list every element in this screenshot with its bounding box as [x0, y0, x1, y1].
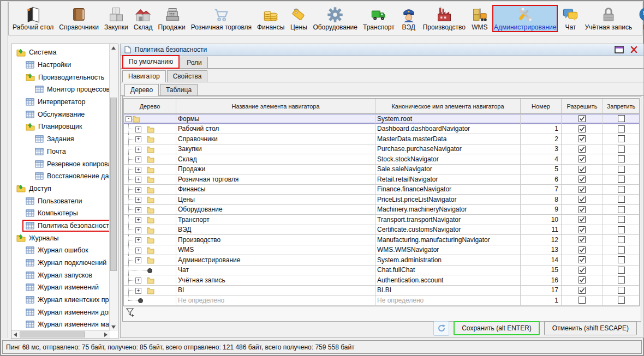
tab-navigator[interactable]: Навигатор: [122, 70, 166, 82]
sidebar-item[interactable]: Журнал клиентских прил: [11, 294, 110, 306]
sidebar-item[interactable]: Журнал ошибок: [11, 244, 110, 257]
close-button[interactable]: [629, 45, 639, 53]
deny-checkbox[interactable]: [618, 216, 625, 223]
allow-checkbox[interactable]: [579, 146, 586, 153]
sidebar-item[interactable]: Журнал изменения матри: [11, 318, 110, 331]
table-row[interactable]: +ФинансыFinance.financeNavigator7: [124, 185, 639, 195]
table-row[interactable]: +Розничная торговляRetail.retailNavigato…: [124, 174, 639, 185]
allow-checkbox[interactable]: [579, 267, 586, 274]
expand-expander-icon[interactable]: +: [135, 237, 141, 243]
table-row[interactable]: +WMSWMS.WMSNavigator13: [124, 245, 639, 256]
table-row[interactable]: +Учётная записьAuthentication.account16: [124, 275, 639, 286]
sidebar-item[interactable]: Политика безопасности: [11, 220, 110, 232]
table-row[interactable]: +ПродажиSale.saleNavigator5: [124, 165, 639, 175]
tab-table[interactable]: Таблица: [160, 84, 198, 95]
sidebar-item[interactable]: Восстановление данных: [11, 170, 110, 183]
allow-checkbox[interactable]: [579, 155, 586, 162]
allow-checkbox[interactable]: [579, 176, 586, 183]
tab-default-policy[interactable]: По умолчанию: [122, 55, 180, 69]
expand-expander-icon[interactable]: +: [135, 187, 141, 193]
table-row[interactable]: +ЦеныPriceList.priceListNavigator8: [124, 195, 639, 205]
sidebar-item[interactable]: Монитор процессов: [11, 83, 110, 96]
sidebar-item[interactable]: Резервное копирование: [11, 158, 110, 170]
sidebar-item[interactable]: Журнал изменений: [11, 281, 110, 294]
deny-checkbox[interactable]: [618, 267, 625, 274]
allow-checkbox[interactable]: [579, 196, 586, 203]
deny-checkbox[interactable]: [618, 146, 625, 153]
sidebar-item[interactable]: Журнал подключений: [11, 257, 110, 269]
allow-checkbox[interactable]: [579, 297, 586, 304]
sidebar-item[interactable]: Производительность: [11, 71, 110, 83]
allow-checkbox[interactable]: [579, 186, 586, 193]
allow-checkbox[interactable]: [579, 276, 586, 283]
toolbar-item-transport[interactable]: Транспорт: [361, 5, 396, 32]
expand-expander-icon[interactable]: +: [135, 177, 141, 183]
deny-checkbox[interactable]: [618, 176, 625, 183]
expand-expander-icon[interactable]: +: [135, 217, 141, 223]
toolbar-item-price[interactable]: Цены: [288, 5, 309, 32]
allow-checkbox[interactable]: [579, 226, 586, 233]
sidebar-item[interactable]: Компьютеры: [11, 207, 110, 220]
deny-checkbox[interactable]: [618, 135, 625, 142]
toolbar-item-bi[interactable]: BI: [636, 5, 644, 32]
scroll-right-arrow-icon[interactable]: [102, 331, 110, 339]
sidebar-item[interactable]: Настройки: [11, 59, 110, 71]
toolbar-item-administration[interactable]: Администрирование: [492, 5, 558, 32]
add-filter-icon[interactable]: [126, 308, 138, 319]
scroll-left-arrow-icon[interactable]: [11, 331, 19, 339]
toolbar-item-purchase[interactable]: Закупки: [103, 5, 130, 32]
deny-checkbox[interactable]: [618, 125, 625, 132]
table-row[interactable]: +ОборудованиеMachinery.machineryNavigato…: [124, 205, 639, 215]
toolbar-item-chat[interactable]: Чат: [560, 5, 581, 32]
toolbar-item-account[interactable]: Учётная запись: [583, 5, 634, 32]
sidebar-vertical-scrollbar[interactable]: [109, 44, 118, 331]
allow-checkbox[interactable]: [579, 236, 586, 243]
toolbar-item-books[interactable]: Справочники: [57, 5, 100, 32]
table-row[interactable]: +ЗакупкиPurchase.purchaseNavigator3: [124, 144, 639, 155]
scroll-up-arrow-icon[interactable]: [110, 44, 117, 52]
tab-properties[interactable]: Свойства: [167, 70, 208, 82]
table-row[interactable]: +СкладStock.stockNavigator4: [124, 154, 639, 165]
table-row[interactable]: Не определеноНе определено1: [124, 295, 639, 306]
deny-checkbox[interactable]: [618, 226, 625, 233]
sidebar-item[interactable]: Интерпретатор: [11, 96, 110, 108]
expand-expander-icon[interactable]: +: [135, 227, 141, 233]
allow-checkbox[interactable]: [579, 125, 586, 132]
sidebar-item[interactable]: Журнал изменения докум: [11, 306, 110, 318]
toolbar-item-manufacturing[interactable]: Производство: [421, 5, 467, 32]
table-row[interactable]: +BIBI.BI17: [124, 286, 639, 296]
table-row[interactable]: -ФормыSystem.root: [124, 114, 639, 124]
expand-expander-icon[interactable]: +: [135, 248, 141, 254]
allow-checkbox[interactable]: [579, 115, 586, 122]
scroll-down-arrow-icon[interactable]: [110, 323, 117, 331]
allow-checkbox[interactable]: [579, 206, 586, 213]
sidebar-horizontal-scrollbar[interactable]: [11, 330, 110, 339]
deny-checkbox[interactable]: [618, 236, 625, 243]
deny-checkbox[interactable]: [618, 246, 625, 254]
expand-expander-icon[interactable]: +: [135, 147, 141, 153]
table-row[interactable]: +АдминистрированиеSystem.administration1…: [124, 255, 639, 266]
deny-checkbox[interactable]: [618, 297, 625, 304]
expand-expander-icon[interactable]: +: [135, 277, 141, 283]
tab-roles[interactable]: Роли: [181, 57, 208, 68]
tab-tree[interactable]: Дерево: [124, 84, 159, 96]
maximize-button[interactable]: [615, 45, 624, 53]
deny-checkbox[interactable]: [618, 155, 625, 162]
sidebar-item[interactable]: Обслуживание: [11, 108, 110, 120]
toolbar-item-sale[interactable]: Продажи: [157, 5, 187, 32]
toolbar-item-customs[interactable]: ВЭД: [398, 5, 419, 32]
toolbar-item-wms[interactable]: WMS: [469, 5, 490, 32]
expand-expander-icon[interactable]: +: [135, 197, 141, 203]
cancel-button[interactable]: Отменить (shift ESCAPE): [544, 321, 637, 335]
expand-expander-icon[interactable]: +: [135, 288, 141, 294]
collapse-expander-icon[interactable]: -: [126, 116, 132, 122]
toolbar-item-retail[interactable]: Розничная торговля: [189, 5, 253, 32]
table-row[interactable]: +СправочникиMasterData.masterData2: [124, 134, 639, 144]
sidebar-item[interactable]: Журналы: [11, 232, 110, 244]
sidebar-item[interactable]: Доступ: [11, 183, 110, 195]
deny-checkbox[interactable]: [618, 276, 625, 283]
table-row[interactable]: +Рабочий столDashboard.dashboardNavigato…: [124, 124, 639, 135]
sidebar-item[interactable]: Почта: [11, 146, 110, 158]
expand-expander-icon[interactable]: +: [135, 136, 141, 142]
table-row[interactable]: +ТранспортTransport.transportNavigator10: [124, 215, 639, 225]
